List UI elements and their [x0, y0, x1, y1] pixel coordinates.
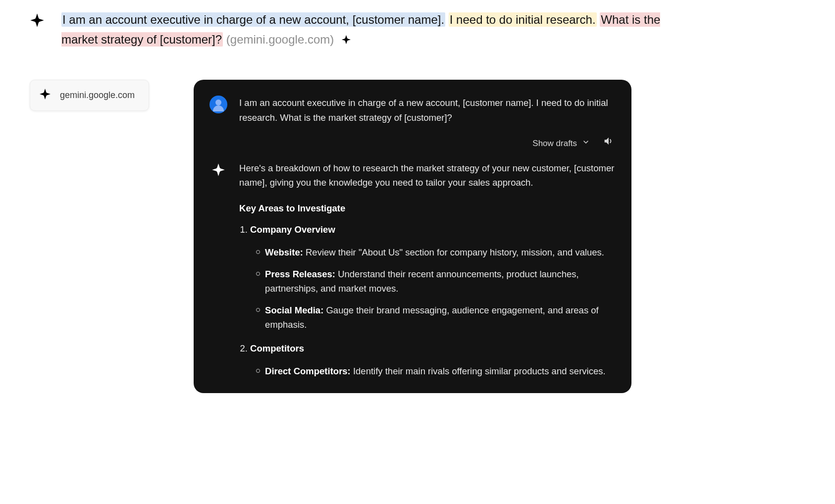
response-section-heading: Key Areas to Investigate: [239, 201, 616, 216]
prompt-segment-context: I need to do initial research.: [449, 12, 597, 27]
annotated-prompt: I am an account executive in charge of a…: [61, 10, 685, 50]
list-subitem: Website: Review their "About Us" section…: [256, 245, 616, 260]
list-subitem: Direct Competitors: Identify their main …: [256, 364, 616, 379]
list-item-title: Competitors: [250, 343, 304, 353]
user-message: I am an account executive in charge of a…: [239, 96, 616, 125]
prompt-segment-role: I am an account executive in charge of a…: [61, 12, 445, 27]
list-item: Company OverviewWebsite: Review their "A…: [250, 222, 616, 332]
speaker-icon[interactable]: [603, 136, 614, 151]
list-subitem: Press Releases: Understand their recent …: [256, 267, 616, 296]
list-subitem-text: Identify their main rivals offering simi…: [351, 366, 606, 376]
prompt-source: (gemini.google.com): [226, 33, 334, 46]
list-subitem: Social Media: Gauge their brand messagin…: [256, 303, 616, 332]
chevron-down-icon: [582, 137, 590, 150]
list-subitem-label: Social Media:: [265, 305, 323, 315]
sparkle-icon: [30, 13, 45, 30]
list-subitem-label: Website:: [265, 247, 303, 257]
sparkle-icon: [341, 31, 351, 50]
list-subitem-text: Review their "About Us" section for comp…: [303, 247, 604, 257]
chat-preview-panel: I am an account executive in charge of a…: [194, 80, 631, 393]
list-subitem-label: Press Releases:: [265, 269, 335, 279]
sparkle-icon: [39, 88, 51, 102]
gemini-avatar-icon: [209, 161, 227, 179]
list-item: CompetitorsDirect Competitors: Identify …: [250, 341, 616, 378]
source-chip-label: gemini.google.com: [60, 90, 135, 101]
show-drafts-label: Show drafts: [532, 137, 577, 150]
source-chip-gemini[interactable]: gemini.google.com: [30, 80, 149, 111]
list-item-title: Company Overview: [250, 224, 335, 235]
list-subitem-label: Direct Competitors:: [265, 366, 351, 376]
response-intro: Here's a breakdown of how to research th…: [239, 161, 616, 190]
user-avatar-icon: [209, 96, 227, 113]
show-drafts-button[interactable]: Show drafts: [532, 137, 590, 150]
